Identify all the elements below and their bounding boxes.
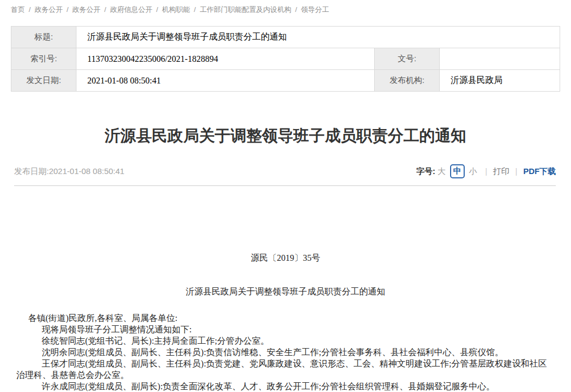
breadcrumb-item-home[interactable]: 首页 <box>11 5 25 14</box>
font-size-small-button[interactable]: 小 <box>469 166 477 177</box>
toolbar-divider: | <box>515 167 517 176</box>
document-meta-table: 标题: 沂源县民政局关于调整领导班子成员职责分工的通知 索引号: 1137032… <box>11 26 560 92</box>
meta-title-value: 沂源县民政局关于调整领导班子成员职责分工的通知 <box>76 27 560 48</box>
article-paragraph: 徐统智同志(党组书记、局长):主持局全面工作;分管办公室。 <box>16 335 555 346</box>
document-inner-title: 沂源县民政局关于调整领导班子成员职责分工的通知 <box>16 286 555 297</box>
article-paragraph: 沈明余同志(党组成员、副局长、主任科员):负责信访维稳、安全生产工作;分管社会事… <box>16 346 555 358</box>
article-paragraph: 许永成同志(党组成员、副局长):负责全面深化改革、人才、政务公开工作;分管社会组… <box>16 381 555 392</box>
meta-issue-date-label: 发文日期: <box>11 70 76 92</box>
meta-doc-number-label: 文号: <box>375 48 440 70</box>
breadcrumb-separator: / <box>104 5 106 14</box>
meta-publisher-value: 沂源县民政局 <box>440 70 560 92</box>
breadcrumb-item-agency-functions[interactable]: 机构职能 <box>162 5 190 14</box>
article-paragraph: 王保才同志(党组成员、副局长、主任科员):负责党建、党风廉政建设、意识形态、工会… <box>16 358 555 381</box>
breadcrumb-item-gov-info-disclosure[interactable]: 政府信息公开 <box>110 5 152 14</box>
pdf-download-link[interactable]: PDF下载 <box>523 166 556 177</box>
table-row: 标题: 沂源县民政局关于调整领导班子成员职责分工的通知 <box>11 27 560 48</box>
font-size-label: 字号: <box>416 166 435 177</box>
toolbar-divider: | <box>485 167 487 176</box>
breadcrumb: 首页/政务公开/政务公开/政府信息公开/机构职能/工作部门职能配置及内设机构/领… <box>0 0 571 15</box>
document-reference-number: 源民〔2019〕35号 <box>16 252 555 264</box>
meta-issue-date-value: 2021-01-08 08:50:41 <box>76 70 375 92</box>
print-button[interactable]: 打印 <box>493 166 509 177</box>
font-size-large-button[interactable]: 大 <box>438 166 446 177</box>
meta-index-label: 索引号: <box>11 48 76 70</box>
page-title: 沂源县民政局关于调整领导班子成员职责分工的通知 <box>0 125 571 147</box>
breadcrumb-separator: / <box>156 5 158 14</box>
breadcrumb-separator: / <box>29 5 31 14</box>
breadcrumb-separator: / <box>295 5 297 14</box>
breadcrumb-separator: / <box>67 5 69 14</box>
meta-publisher-label: 发布机构: <box>375 70 440 92</box>
breadcrumb-item-dept-config[interactable]: 工作部门职能配置及内设机构 <box>200 5 291 14</box>
article-toolbar: 字号: 大 中 小 | 打印 | PDF下载 <box>416 164 556 178</box>
publish-date: 发布日期:2021-01-08 08:50:41 <box>14 166 124 177</box>
meta-doc-number-value <box>440 48 560 70</box>
publish-info-bar: 发布日期:2021-01-08 08:50:41 字号: 大 中 小 | 打印 … <box>14 164 556 178</box>
font-size-medium-button[interactable]: 中 <box>450 164 465 178</box>
table-row: 索引号: 113703230042235006/2021-1828894 文号: <box>11 48 560 70</box>
article-salutation: 各镇(街道)民政所,各科室、局属各单位: <box>16 312 555 324</box>
breadcrumb-item-leadership-division[interactable]: 领导分工 <box>301 5 329 14</box>
publish-date-value: 2021-01-08 08:50:41 <box>49 166 124 176</box>
meta-index-value: 113703230042235006/2021-1828894 <box>76 48 375 70</box>
table-row: 发文日期: 2021-01-08 08:50:41 发布机构: 沂源县民政局 <box>11 70 560 92</box>
breadcrumb-separator: / <box>194 5 196 14</box>
meta-title-label: 标题: <box>11 27 76 48</box>
publish-date-label: 发布日期: <box>14 166 49 176</box>
breadcrumb-item-gov-affairs-1[interactable]: 政务公开 <box>35 5 63 14</box>
article-body: 源民〔2019〕35号 沂源县民政局关于调整领导班子成员职责分工的通知 各镇(街… <box>16 186 555 392</box>
breadcrumb-item-gov-affairs-2[interactable]: 政务公开 <box>72 5 100 14</box>
article-paragraph: 现将局领导班子分工调整情况通知如下: <box>16 324 555 335</box>
